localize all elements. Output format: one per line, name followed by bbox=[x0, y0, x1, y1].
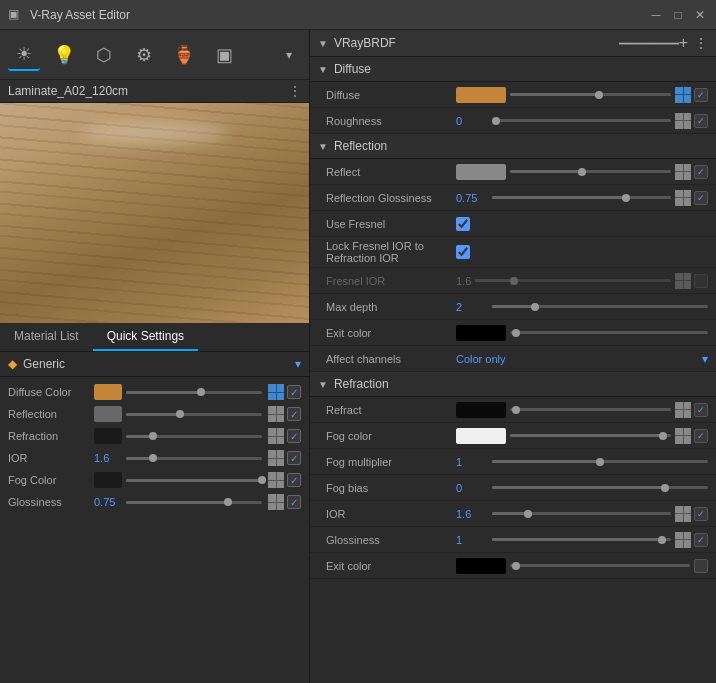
toolbar-lights-icon[interactable]: ☀ bbox=[8, 39, 40, 71]
prop-fog-color-slider[interactable] bbox=[510, 434, 671, 437]
generic-expand-arrow[interactable]: ▾ bbox=[295, 357, 301, 371]
qs-diffuse-color-slider[interactable] bbox=[126, 391, 262, 394]
prop-exit-color-reflection-slider[interactable] bbox=[510, 331, 708, 334]
tab-quick-settings[interactable]: Quick Settings bbox=[93, 323, 198, 351]
prop-lock-fresnel-checkbox[interactable] bbox=[456, 245, 470, 259]
toolbar-material-icon[interactable]: 🏺 bbox=[168, 39, 200, 71]
prop-refraction-glossiness-grid-icon[interactable] bbox=[675, 532, 691, 548]
toolbar-geometry-icon[interactable]: ⬡ bbox=[88, 39, 120, 71]
prop-roughness-grid-icon[interactable] bbox=[675, 113, 691, 129]
prop-fog-color-swatch[interactable] bbox=[456, 428, 506, 444]
qs-refraction-grid-icon[interactable] bbox=[268, 428, 284, 444]
tab-material-list[interactable]: Material List bbox=[0, 323, 93, 351]
qs-fog-color-grid-icon[interactable] bbox=[268, 472, 284, 488]
refraction-section-header[interactable]: ▼ Refraction bbox=[310, 372, 716, 397]
diffuse-section-header[interactable]: ▼ Diffuse bbox=[310, 57, 716, 82]
toolbar-dropdown[interactable]: ▾ bbox=[277, 43, 301, 67]
prop-fog-bias-value: 0 bbox=[456, 482, 488, 494]
prop-lock-fresnel-row: Lock Fresnel IOR to Refraction IOR bbox=[310, 237, 716, 268]
prop-affect-channels-dropdown[interactable]: Color only ▾ bbox=[456, 352, 708, 366]
panel-menu-button[interactable]: ⋮ bbox=[694, 35, 708, 51]
prop-refraction-glossiness-slider[interactable] bbox=[492, 538, 671, 541]
qs-glossiness-grid-icon[interactable] bbox=[268, 494, 284, 510]
prop-reflection-glossiness-check[interactable] bbox=[694, 191, 708, 205]
prop-refraction-glossiness-check[interactable] bbox=[694, 533, 708, 547]
qs-refraction-check[interactable]: ✓ bbox=[287, 429, 301, 443]
right-panel-header: ▼ VRayBRDF ━━━━━━━━━━ + ⋮ bbox=[310, 30, 716, 57]
qs-glossiness-slider[interactable] bbox=[126, 501, 262, 504]
prop-fresnel-ior-grid-icon bbox=[675, 273, 691, 289]
prop-exit-color-reflection-swatch[interactable] bbox=[456, 325, 506, 341]
qs-diffuse-color-swatch[interactable] bbox=[94, 384, 122, 400]
qs-reflection-swatch[interactable] bbox=[94, 406, 122, 422]
prop-exit-color-refraction-check[interactable] bbox=[694, 559, 708, 573]
prop-refract-slider[interactable] bbox=[510, 408, 671, 411]
generic-type-icon: ◆ bbox=[8, 357, 17, 371]
prop-max-depth-slider[interactable] bbox=[492, 305, 708, 308]
maximize-button[interactable]: □ bbox=[670, 7, 686, 23]
prop-refraction-ior-grid-icon[interactable] bbox=[675, 506, 691, 522]
qs-reflection-slider[interactable] bbox=[126, 413, 262, 416]
qs-reflection-check[interactable]: ✓ bbox=[287, 407, 301, 421]
qs-refraction-control bbox=[94, 428, 262, 444]
toolbar-bulb-icon[interactable]: 💡 bbox=[48, 39, 80, 71]
preview-image bbox=[0, 103, 309, 323]
qs-fog-color-check[interactable]: ✓ bbox=[287, 473, 301, 487]
prop-exit-color-refraction-slider[interactable] bbox=[510, 564, 690, 567]
prop-fog-color-row: Fog color bbox=[310, 423, 716, 449]
prop-diffuse-grid-icon[interactable] bbox=[675, 87, 691, 103]
qs-ior-grid-icon[interactable] bbox=[268, 450, 284, 466]
prop-diffuse-check[interactable] bbox=[694, 88, 708, 102]
prop-refract-check[interactable] bbox=[694, 403, 708, 417]
prop-reflect-swatch[interactable] bbox=[456, 164, 506, 180]
prop-fog-multiplier-slider[interactable] bbox=[492, 460, 708, 463]
prop-roughness-row: Roughness 0 bbox=[310, 108, 716, 134]
prop-fog-bias-slider[interactable] bbox=[492, 486, 708, 489]
prop-refract-control bbox=[456, 402, 671, 418]
prop-refract-swatch[interactable] bbox=[456, 402, 506, 418]
prop-roughness-check[interactable] bbox=[694, 114, 708, 128]
qs-glossiness-row: Glossiness 0.75 ✓ bbox=[0, 491, 309, 513]
brdf-collapse-arrow[interactable]: ▼ bbox=[318, 38, 328, 49]
qs-diffuse-grid-icon[interactable] bbox=[268, 384, 284, 400]
qs-diffuse-check[interactable]: ✓ bbox=[287, 385, 301, 399]
prop-reflection-glossiness-grid-icon[interactable] bbox=[675, 190, 691, 206]
prop-use-fresnel-checkbox[interactable] bbox=[456, 217, 470, 231]
qs-glossiness-check[interactable]: ✓ bbox=[287, 495, 301, 509]
prop-roughness-label: Roughness bbox=[326, 115, 456, 127]
prop-reflect-slider[interactable] bbox=[510, 170, 671, 173]
add-button[interactable]: + bbox=[679, 34, 688, 52]
qs-refraction-slider[interactable] bbox=[126, 435, 262, 438]
material-menu-button[interactable]: ⋮ bbox=[289, 84, 301, 98]
reflection-section-header[interactable]: ▼ Reflection bbox=[310, 134, 716, 159]
close-button[interactable]: ✕ bbox=[692, 7, 708, 23]
prop-reflect-grid-icon[interactable] bbox=[675, 164, 691, 180]
qs-fog-color-slider[interactable] bbox=[126, 479, 262, 482]
prop-refraction-ior-slider[interactable] bbox=[492, 512, 671, 515]
toolbar-render-icon[interactable]: ▣ bbox=[208, 39, 240, 71]
prop-diffuse-swatch[interactable] bbox=[456, 87, 506, 103]
minimize-button[interactable]: ─ bbox=[648, 7, 664, 23]
qs-ior-slider[interactable] bbox=[126, 457, 262, 460]
qs-refraction-swatch[interactable] bbox=[94, 428, 122, 444]
qs-ior-check[interactable]: ✓ bbox=[287, 451, 301, 465]
prop-diffuse-slider[interactable] bbox=[510, 93, 671, 96]
prop-roughness-slider[interactable] bbox=[492, 119, 671, 122]
toolbar-settings-icon[interactable]: ⚙ bbox=[128, 39, 160, 71]
prop-exit-color-refraction-swatch[interactable] bbox=[456, 558, 506, 574]
qs-reflection-slider-thumb bbox=[176, 410, 184, 418]
prop-reflection-glossiness-slider[interactable] bbox=[492, 196, 671, 199]
prop-fog-color-check[interactable] bbox=[694, 429, 708, 443]
prop-reflection-glossiness-control: 0.75 bbox=[456, 192, 671, 204]
qs-reflection-grid-icon[interactable] bbox=[268, 406, 284, 422]
qs-fog-color-swatch[interactable] bbox=[94, 472, 122, 488]
prop-reflection-glossiness-row: Reflection Glossiness 0.75 bbox=[310, 185, 716, 211]
prop-reflect-icons bbox=[675, 164, 708, 180]
qs-refraction-label: Refraction bbox=[8, 430, 88, 442]
prop-refraction-ior-check[interactable] bbox=[694, 507, 708, 521]
prop-refract-grid-icon[interactable] bbox=[675, 402, 691, 418]
prop-roughness-control: 0 bbox=[456, 115, 671, 127]
prop-reflect-check[interactable] bbox=[694, 165, 708, 179]
prop-fog-color-grid-icon[interactable] bbox=[675, 428, 691, 444]
qs-fog-color-row: Fog Color ✓ bbox=[0, 469, 309, 491]
